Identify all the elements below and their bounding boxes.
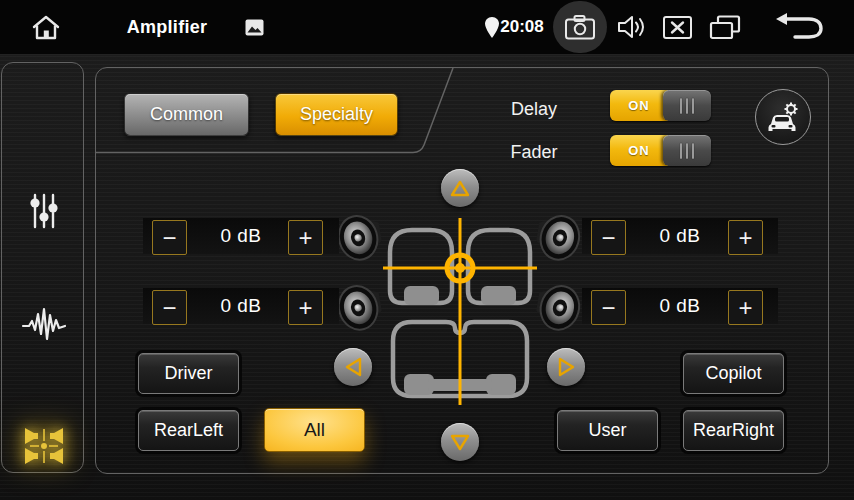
tab-common[interactable]: Common [124, 93, 249, 136]
audio-nav-sidebar [1, 62, 84, 473]
tab-common-label: Common [150, 104, 223, 125]
tab-specialty-label: Specialty [300, 104, 373, 125]
zone-copilot-label: Copilot [705, 363, 761, 384]
rear-left-gain-plus-button[interactable]: + [288, 290, 323, 325]
fader-toggle-knob [663, 135, 711, 166]
delay-label: Delay [489, 94, 579, 124]
move-rear-button[interactable] [441, 423, 479, 461]
wallpaper-button[interactable] [242, 0, 266, 54]
sidebar-item-sound-effects[interactable] [21, 302, 67, 348]
front-left-speaker-icon [334, 208, 388, 266]
rear-right-gain-minus-button[interactable]: − [591, 290, 626, 325]
recent-apps-icon [709, 15, 741, 40]
zone-user-label: User [588, 420, 626, 441]
rear-right-gain-plus-button[interactable]: + [728, 290, 763, 325]
back-icon [773, 12, 825, 42]
home-icon [31, 14, 61, 41]
front-right-speaker-icon [530, 208, 584, 266]
zone-rearright-label: RearRight [693, 420, 774, 441]
zone-rearleft-label: RearLeft [154, 420, 223, 441]
recents-button[interactable] [704, 0, 746, 54]
volume-icon [617, 14, 648, 40]
arrow-right-icon [558, 357, 575, 377]
clock: 20:08 [496, 0, 548, 54]
delay-toggle[interactable]: ON [610, 90, 711, 121]
rear-left-gain-minus-button[interactable]: − [152, 290, 187, 325]
move-front-button[interactable] [441, 169, 479, 207]
front-right-gain-minus-button[interactable]: − [591, 220, 626, 255]
status-bar: Amplifier 20:08 [0, 0, 854, 55]
rear-left-speaker-icon [334, 278, 388, 336]
sidebar-item-balance-fader[interactable] [21, 423, 67, 469]
zone-copilot-button[interactable]: Copilot [683, 353, 784, 394]
zone-all-label: All [304, 419, 325, 441]
delay-toggle-knob [663, 90, 711, 121]
front-right-gain-plus-button[interactable]: + [728, 220, 763, 255]
waveform-icon [21, 303, 67, 347]
zone-driver-label: Driver [165, 363, 213, 384]
car-settings-icon [764, 100, 802, 134]
zone-rearleft-button[interactable]: RearLeft [138, 410, 239, 451]
zone-all-button[interactable]: All [264, 408, 365, 452]
fader-toggle[interactable]: ON [610, 135, 711, 166]
screenshot-button[interactable] [553, 1, 607, 53]
fader-label: Fader [489, 137, 579, 167]
back-button[interactable] [768, 0, 830, 54]
arrow-down-icon [450, 434, 470, 451]
balance-fader-icon [22, 424, 66, 468]
equalizer-icon [22, 189, 66, 233]
gallery-icon [245, 19, 264, 36]
page-title: Amplifier [122, 0, 212, 54]
home-button[interactable] [28, 0, 64, 54]
front-left-gain-minus-button[interactable]: − [152, 220, 187, 255]
car-settings-button[interactable] [755, 89, 811, 145]
arrow-up-icon [450, 180, 470, 197]
close-app-button[interactable] [660, 0, 694, 54]
fader-toggle-state: ON [610, 135, 668, 166]
camera-icon [565, 15, 595, 40]
front-left-gain-plus-button[interactable]: + [288, 220, 323, 255]
zone-driver-button[interactable]: Driver [138, 353, 239, 394]
tab-specialty[interactable]: Specialty [275, 93, 398, 136]
amplifier-screen: Amplifier 20:08 [0, 0, 854, 500]
arrow-left-icon [345, 357, 362, 377]
sidebar-item-equalizer[interactable] [21, 188, 67, 234]
zone-user-button[interactable]: User [557, 410, 658, 451]
zone-rearright-button[interactable]: RearRight [683, 410, 784, 451]
rear-right-speaker-icon [530, 278, 584, 336]
volume-button[interactable] [614, 0, 650, 54]
delay-toggle-state: ON [610, 90, 668, 121]
close-window-icon [663, 16, 692, 39]
move-left-button[interactable] [334, 348, 372, 386]
move-right-button[interactable] [547, 348, 585, 386]
